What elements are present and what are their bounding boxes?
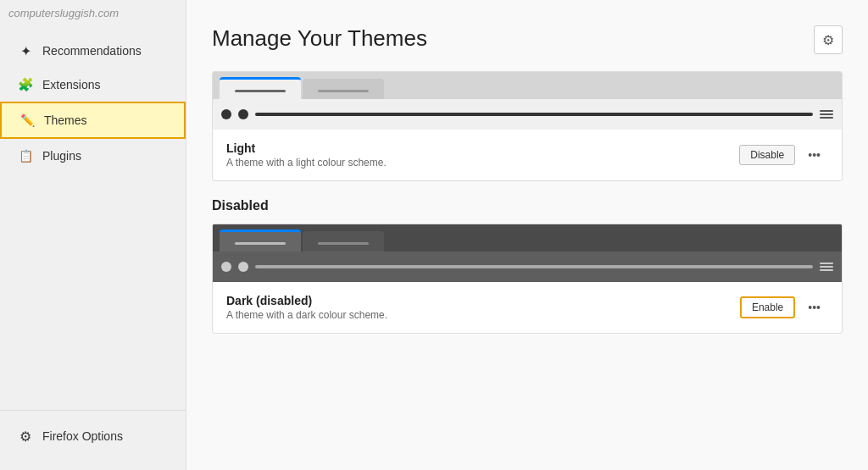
dark-tab-active: [220, 229, 301, 252]
sidebar-item-recommendations[interactable]: Recommendations: [0, 34, 186, 68]
sidebar-item-themes[interactable]: Themes: [0, 102, 186, 139]
dark-theme-info: Dark (disabled) A theme with a dark colo…: [213, 282, 842, 333]
dark-addressbar: [255, 265, 813, 268]
sidebar-label-firefox-options: Firefox Options: [42, 429, 123, 443]
themes-icon: [19, 112, 36, 129]
enable-button[interactable]: Enable: [740, 296, 795, 318]
menu-line-2: [820, 113, 833, 115]
dark-toolbar-dot-2: [238, 262, 248, 272]
dark-theme-actions: Enable •••: [740, 296, 828, 318]
sidebar-label-plugins: Plugins: [42, 149, 81, 163]
sidebar-label-extensions: Extensions: [42, 78, 100, 91]
sidebar-item-plugins[interactable]: Plugins: [0, 139, 186, 173]
dark-menu-icon: [820, 263, 833, 271]
light-theme-actions: Disable •••: [739, 144, 828, 166]
dark-toolbar-dot-1: [221, 262, 231, 272]
toolbar-dot-2: [238, 109, 248, 119]
dark-tab-inactive: [303, 231, 384, 252]
sidebar-item-firefox-options[interactable]: Firefox Options: [0, 419, 186, 453]
extensions-icon: [17, 76, 34, 93]
recommendations-icon: [17, 42, 34, 59]
tab-line-inactive: [318, 90, 369, 92]
dark-tab-line-active: [235, 242, 286, 245]
disable-button[interactable]: Disable: [739, 145, 795, 165]
gear-button[interactable]: ⚙: [814, 25, 843, 54]
dark-theme-desc: A theme with a dark colour scheme.: [226, 309, 387, 321]
dark-preview-tabs: [213, 224, 842, 252]
watermark: computersluggish.com: [8, 7, 119, 19]
toolbar-dot-1: [221, 109, 231, 119]
light-theme-preview: [213, 72, 842, 130]
main-header: Manage Your Themes ⚙: [212, 25, 843, 54]
dark-menu-line-2: [820, 266, 833, 268]
light-tab-inactive: [303, 79, 384, 99]
menu-line-3: [820, 117, 833, 119]
light-theme-name: Light: [226, 141, 387, 155]
light-theme-desc: A theme with a light colour scheme.: [226, 157, 387, 169]
dark-menu-line-3: [820, 269, 833, 271]
light-theme-card: Light A theme with a light colour scheme…: [212, 71, 843, 181]
dark-theme-preview: [213, 224, 842, 282]
light-preview-tabs: [213, 72, 842, 99]
disabled-section-label: Disabled: [212, 198, 843, 213]
sidebar-label-themes: Themes: [44, 113, 87, 127]
dark-theme-name: Dark (disabled): [226, 294, 387, 307]
plugins-icon: [17, 147, 34, 164]
dark-more-button[interactable]: •••: [800, 296, 828, 318]
sidebar: Recommendations Extensions Themes Plugin…: [0, 0, 186, 470]
light-menu-icon: [820, 110, 833, 119]
dark-theme-text: Dark (disabled) A theme with a dark colo…: [226, 294, 387, 321]
dark-tab-line-inactive: [318, 242, 369, 245]
page-title: Manage Your Themes: [212, 25, 427, 52]
tab-line-active: [235, 90, 286, 92]
light-theme-info: Light A theme with a light colour scheme…: [213, 130, 842, 180]
menu-line-1: [820, 110, 833, 112]
sidebar-item-extensions[interactable]: Extensions: [0, 68, 186, 102]
dark-preview-toolbar: [213, 252, 842, 282]
main-content: Manage Your Themes ⚙: [186, 0, 868, 470]
light-more-button[interactable]: •••: [800, 144, 828, 166]
light-addressbar: [255, 113, 813, 116]
dark-menu-line-1: [820, 263, 833, 264]
dark-theme-card: Dark (disabled) A theme with a dark colo…: [212, 224, 843, 334]
light-preview-toolbar: [213, 99, 842, 130]
light-tab-active: [220, 77, 301, 99]
options-icon: [17, 428, 34, 445]
sidebar-bottom: Firefox Options: [0, 410, 186, 453]
sidebar-label-recommendations: Recommendations: [42, 44, 142, 58]
light-theme-text: Light A theme with a light colour scheme…: [226, 141, 387, 169]
